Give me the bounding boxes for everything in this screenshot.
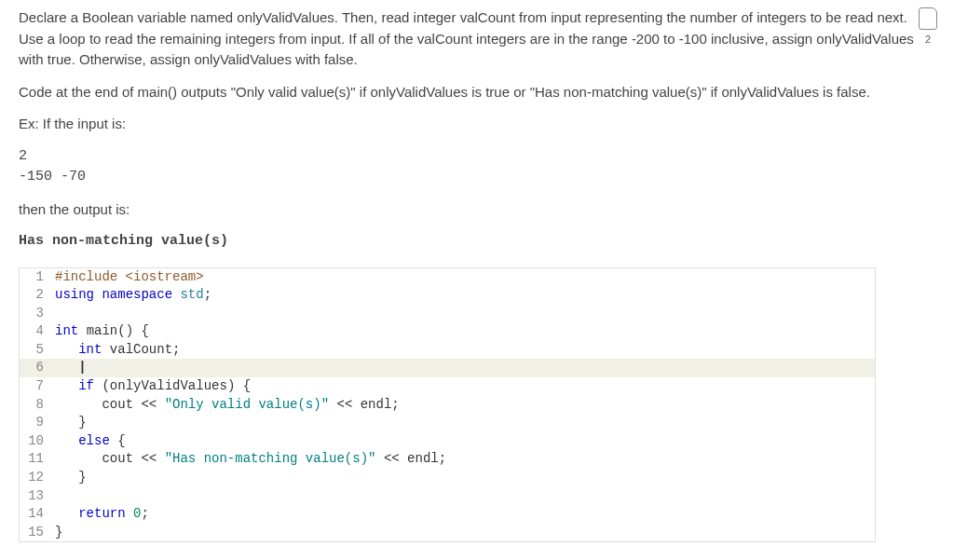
line-number: 2: [20, 286, 51, 305]
example-input-line-1: 2: [19, 146, 935, 168]
line-number: 10: [20, 432, 51, 451]
page-icon: [919, 7, 937, 30]
problem-para-1: Declare a Boolean variable named onlyVal…: [19, 7, 935, 71]
line-number: 7: [20, 377, 51, 396]
code-content[interactable]: int valCount;: [51, 341, 875, 360]
code-line[interactable]: 10 else {: [20, 432, 875, 451]
line-number: 4: [20, 322, 51, 341]
code-content[interactable]: using namespace std;: [51, 286, 875, 305]
code-line[interactable]: 8 cout << "Only valid value(s)" << endl;: [20, 396, 875, 415]
code-line[interactable]: 9 }: [20, 414, 875, 432]
problem-para-2: Code at the end of main() outputs "Only …: [19, 82, 935, 103]
line-number: 1: [20, 268, 51, 287]
example-label: Ex: If the input is:: [19, 114, 935, 135]
code-content[interactable]: }: [51, 469, 875, 487]
code-content[interactable]: return 0;: [51, 505, 875, 524]
line-number: 12: [20, 469, 51, 487]
code-content[interactable]: cout << "Only valid value(s)" << endl;: [51, 396, 875, 415]
line-number: 5: [20, 341, 51, 360]
code-line[interactable]: 15}: [20, 524, 875, 542]
line-number: 8: [20, 396, 51, 415]
problem-statement: Declare a Boolean variable named onlyVal…: [19, 7, 935, 253]
code-content[interactable]: #include <iostream>: [51, 268, 875, 287]
code-line[interactable]: 6 |: [20, 359, 875, 377]
code-content[interactable]: [51, 305, 875, 323]
line-number: 14: [20, 505, 51, 524]
example-input-line-2: -150 -70: [19, 167, 935, 188]
code-line[interactable]: 1#include <iostream>: [20, 268, 875, 287]
code-content[interactable]: |: [51, 359, 875, 377]
code-line[interactable]: 13: [20, 487, 875, 506]
example-input: 2 -150 -70: [19, 146, 935, 188]
code-line[interactable]: 7 if (onlyValidValues) {: [20, 377, 875, 396]
code-content[interactable]: int main() {: [51, 322, 875, 341]
code-content[interactable]: cout << "Has non-matching value(s)" << e…: [51, 450, 875, 469]
code-line[interactable]: 2using namespace std;: [20, 286, 875, 305]
line-number: 15: [20, 524, 51, 542]
code-editor[interactable]: 1#include <iostream>2using namespace std…: [19, 267, 876, 543]
code-line[interactable]: 3: [20, 305, 875, 323]
code-content[interactable]: }: [51, 524, 875, 542]
code-line[interactable]: 12 }: [20, 469, 875, 487]
page-indicator: 2: [919, 7, 937, 45]
page-number: 2: [925, 34, 931, 45]
code-content[interactable]: if (onlyValidValues) {: [51, 377, 875, 396]
line-number: 9: [20, 414, 51, 432]
code-content[interactable]: else {: [51, 432, 875, 451]
code-content[interactable]: }: [51, 414, 875, 432]
code-line[interactable]: 11 cout << "Has non-matching value(s)" <…: [20, 450, 875, 469]
code-line[interactable]: 4int main() {: [20, 322, 875, 341]
line-number: 13: [20, 487, 51, 506]
then-label: then the output is:: [19, 199, 935, 221]
line-number: 6: [20, 359, 51, 377]
line-number: 3: [20, 305, 51, 323]
code-line[interactable]: 5 int valCount;: [20, 341, 875, 360]
code-line[interactable]: 14 return 0;: [20, 505, 875, 524]
code-content[interactable]: [51, 487, 875, 506]
line-number: 11: [20, 450, 51, 469]
example-output: Has non-matching value(s): [19, 231, 935, 253]
text-cursor: |: [78, 360, 86, 375]
